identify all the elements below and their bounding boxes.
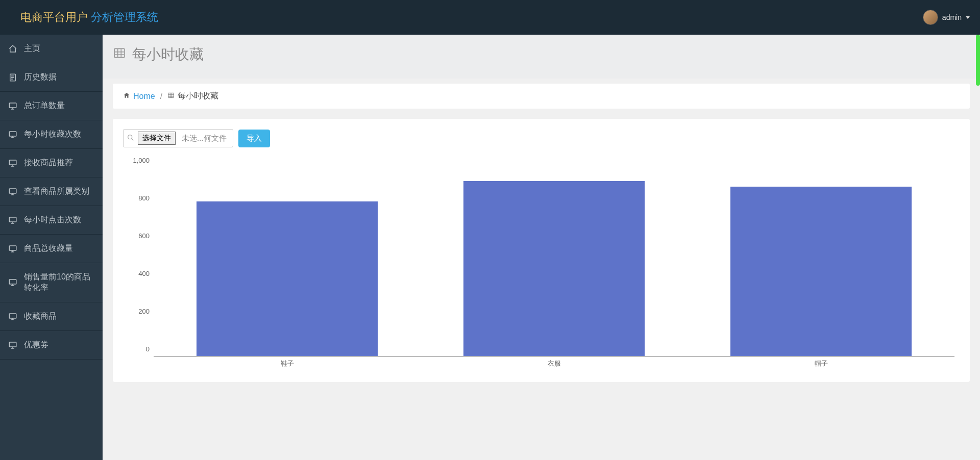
avatar	[923, 10, 938, 25]
username-label: admin	[942, 13, 962, 21]
brand-part-b: 分析管理系统	[91, 11, 158, 23]
user-menu[interactable]: admin	[923, 10, 970, 25]
top-navbar: 电商平台用户 分析管理系统 admin	[0, 0, 980, 35]
brand-part-a: 电商平台用户	[20, 11, 88, 23]
caret-down-icon	[966, 16, 970, 19]
brand: 电商平台用户 分析管理系统	[20, 10, 158, 25]
